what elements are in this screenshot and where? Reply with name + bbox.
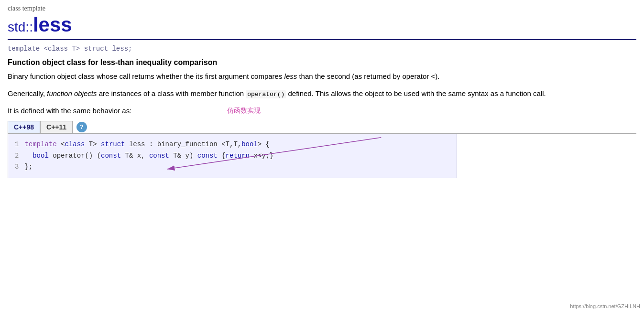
template-signature: template <class T> struct less; — [8, 45, 636, 53]
functor-link[interactable]: 仿函数实现 — [227, 107, 261, 115]
top-divider — [8, 39, 636, 40]
tab-cpp11[interactable]: C++11 — [40, 121, 73, 133]
behavior-row: It is defined with the same behavior as:… — [8, 107, 636, 115]
std-less-heading: std::less — [8, 13, 636, 36]
behavior-text: It is defined with the same behavior as: — [8, 107, 131, 115]
description-2: Generically, function objects are instan… — [8, 88, 636, 100]
code-line-3: }; — [24, 161, 450, 173]
less-name: less — [33, 13, 72, 36]
line-numbers: 1 2 3 — [15, 139, 24, 173]
code-line-2: bool operator() (const T& x, const T& y)… — [24, 150, 450, 162]
tabs-section: C++98 C++11 ? 1 2 3 template <class T> s… — [8, 121, 636, 178]
description-1: Binary function object class whose call … — [8, 71, 636, 82]
tab-bar: C++98 C++11 ? — [8, 121, 636, 133]
code-content: template <class T> struct less : binary_… — [24, 139, 450, 173]
help-button[interactable]: ? — [76, 122, 87, 132]
class-template-label: class template — [8, 5, 636, 12]
code-block: 1 2 3 template <class T> struct less : b… — [8, 134, 457, 178]
tab-cpp98[interactable]: C++98 — [8, 121, 40, 133]
code-wrapper: 1 2 3 template <class T> struct less : b… — [8, 134, 457, 178]
function-title: Function object class for less-than ineq… — [8, 58, 636, 67]
code-line-1: template <class T> struct less : binary_… — [24, 139, 450, 150]
std-prefix: std:: — [8, 20, 33, 34]
